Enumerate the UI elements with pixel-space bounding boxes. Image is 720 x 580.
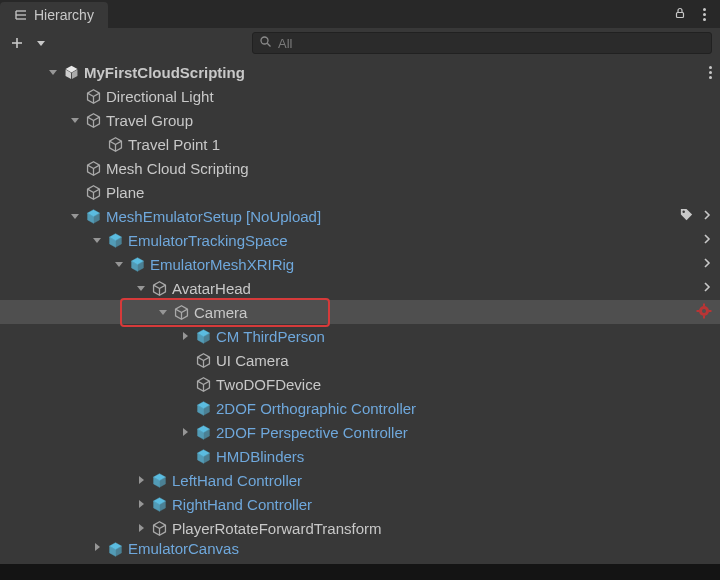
prefab-cube-icon bbox=[106, 231, 124, 249]
prefab-cube-icon bbox=[128, 255, 146, 273]
gameobject-cube-icon bbox=[194, 351, 212, 369]
hierarchy-item-label: MeshEmulatorSetup [NoUpload] bbox=[106, 208, 321, 225]
svg-marker-14 bbox=[93, 238, 101, 243]
row-trailing bbox=[702, 232, 712, 249]
chevron-right-icon[interactable] bbox=[702, 256, 712, 273]
gameobject-cube-icon bbox=[150, 519, 168, 537]
svg-marker-26 bbox=[139, 476, 144, 484]
context-menu-icon[interactable] bbox=[709, 66, 712, 79]
hierarchy-row[interactable]: MeshEmulatorSetup [NoUpload] bbox=[0, 204, 720, 228]
hierarchy-row[interactable]: EmulatorMeshXRIRig bbox=[0, 252, 720, 276]
hierarchy-item-label: Plane bbox=[106, 184, 144, 201]
expand-arrow-icon[interactable] bbox=[134, 473, 148, 487]
chevron-right-icon[interactable] bbox=[702, 208, 712, 225]
hierarchy-item-label: Directional Light bbox=[106, 88, 214, 105]
gameobject-cube-icon bbox=[150, 279, 168, 297]
gear-icon[interactable] bbox=[696, 303, 712, 322]
hierarchy-item-label: Travel Point 1 bbox=[128, 136, 220, 153]
tab-bar: Hierarchy bbox=[0, 0, 720, 28]
lock-icon[interactable] bbox=[673, 6, 687, 23]
hierarchy-row[interactable]: AvatarHead bbox=[0, 276, 720, 300]
svg-line-9 bbox=[267, 43, 270, 46]
hierarchy-row[interactable]: TwoDOFDevice bbox=[0, 372, 720, 396]
chevron-right-icon[interactable] bbox=[702, 280, 712, 297]
svg-point-8 bbox=[261, 37, 268, 44]
hierarchy-item-label: EmulatorMeshXRIRig bbox=[150, 256, 294, 273]
row-trailing bbox=[702, 256, 712, 273]
create-dropdown[interactable] bbox=[30, 32, 52, 54]
hierarchy-item-label: 2DOF Perspective Controller bbox=[216, 424, 408, 441]
expand-arrow-icon[interactable] bbox=[134, 281, 148, 295]
hierarchy-row[interactable]: 2DOF Orthographic Controller bbox=[0, 396, 720, 420]
search-field[interactable] bbox=[252, 32, 712, 54]
hierarchy-item-label: UI Camera bbox=[216, 352, 289, 369]
svg-rect-4 bbox=[677, 12, 684, 17]
gameobject-cube-icon bbox=[106, 135, 124, 153]
expand-arrow-icon[interactable] bbox=[178, 329, 192, 343]
hierarchy-item-label: EmulatorTrackingSpace bbox=[128, 232, 288, 249]
hierarchy-row[interactable]: RightHand Controller bbox=[0, 492, 720, 516]
gameobject-cube-icon bbox=[84, 87, 102, 105]
hierarchy-item-label: PlayerRotateForwardTransform bbox=[172, 520, 382, 537]
hierarchy-item-label: Travel Group bbox=[106, 112, 193, 129]
hierarchy-row[interactable]: EmulatorCanvas bbox=[0, 540, 720, 558]
hierarchy-row[interactable]: 2DOF Perspective Controller bbox=[0, 420, 720, 444]
search-icon bbox=[259, 35, 272, 51]
hierarchy-tree[interactable]: MyFirstCloudScriptingDirectional LightTr… bbox=[0, 58, 720, 580]
hierarchy-item-label: CM ThirdPerson bbox=[216, 328, 325, 345]
expand-arrow-icon[interactable] bbox=[68, 113, 82, 127]
svg-marker-24 bbox=[183, 332, 188, 340]
prefab-cube-icon bbox=[150, 495, 168, 513]
row-trailing bbox=[709, 66, 712, 79]
hierarchy-row[interactable]: Mesh Cloud Scripting bbox=[0, 156, 720, 180]
expand-arrow-icon[interactable] bbox=[90, 233, 104, 247]
hierarchy-row[interactable]: Plane bbox=[0, 180, 720, 204]
prefab-cube-icon bbox=[194, 447, 212, 465]
svg-marker-12 bbox=[71, 214, 79, 219]
hierarchy-row[interactable]: MyFirstCloudScripting bbox=[0, 60, 720, 84]
create-button[interactable] bbox=[6, 32, 28, 54]
tab-title: Hierarchy bbox=[34, 7, 94, 23]
expand-arrow-icon[interactable] bbox=[90, 540, 104, 554]
svg-marker-16 bbox=[137, 286, 145, 291]
hierarchy-row[interactable]: PlayerRotateForwardTransform bbox=[0, 516, 720, 540]
svg-rect-22 bbox=[697, 310, 700, 312]
svg-marker-29 bbox=[95, 543, 100, 551]
expand-arrow-icon[interactable] bbox=[46, 65, 60, 79]
hierarchy-row[interactable]: UI Camera bbox=[0, 348, 720, 372]
expand-arrow-icon[interactable] bbox=[112, 257, 126, 271]
svg-point-19 bbox=[702, 309, 706, 313]
hierarchy-row[interactable]: Travel Group bbox=[0, 108, 720, 132]
search-input[interactable] bbox=[278, 36, 705, 51]
gameobject-cube-icon bbox=[84, 183, 102, 201]
hierarchy-row[interactable]: CM ThirdPerson bbox=[0, 324, 720, 348]
panel-menu-icon[interactable] bbox=[703, 8, 706, 21]
hierarchy-row[interactable]: Travel Point 1 bbox=[0, 132, 720, 156]
hierarchy-item-label: TwoDOFDevice bbox=[216, 376, 321, 393]
svg-rect-20 bbox=[703, 303, 705, 306]
hierarchy-row[interactable]: LeftHand Controller bbox=[0, 468, 720, 492]
svg-marker-11 bbox=[71, 118, 79, 123]
svg-marker-27 bbox=[139, 500, 144, 508]
hierarchy-row-selected[interactable]: Camera bbox=[0, 300, 720, 324]
svg-marker-15 bbox=[115, 262, 123, 267]
hierarchy-icon bbox=[14, 8, 28, 22]
svg-marker-17 bbox=[159, 310, 167, 315]
expand-arrow-icon[interactable] bbox=[134, 497, 148, 511]
svg-marker-7 bbox=[37, 41, 45, 46]
hierarchy-row[interactable]: Directional Light bbox=[0, 84, 720, 108]
hierarchy-item-label: MyFirstCloudScripting bbox=[84, 64, 245, 81]
tag-icon bbox=[679, 207, 694, 225]
hierarchy-row[interactable]: HMDBlinders bbox=[0, 444, 720, 468]
expand-arrow-icon[interactable] bbox=[156, 305, 170, 319]
hierarchy-row[interactable]: EmulatorTrackingSpace bbox=[0, 228, 720, 252]
tab-hierarchy[interactable]: Hierarchy bbox=[0, 2, 108, 28]
hierarchy-item-label: EmulatorCanvas bbox=[128, 540, 239, 557]
expand-arrow-icon[interactable] bbox=[134, 521, 148, 535]
bottom-edge bbox=[0, 564, 720, 580]
gameobject-cube-icon bbox=[84, 111, 102, 129]
expand-arrow-icon[interactable] bbox=[178, 425, 192, 439]
expand-arrow-icon[interactable] bbox=[68, 209, 82, 223]
prefab-cube-icon bbox=[194, 327, 212, 345]
chevron-right-icon[interactable] bbox=[702, 232, 712, 249]
